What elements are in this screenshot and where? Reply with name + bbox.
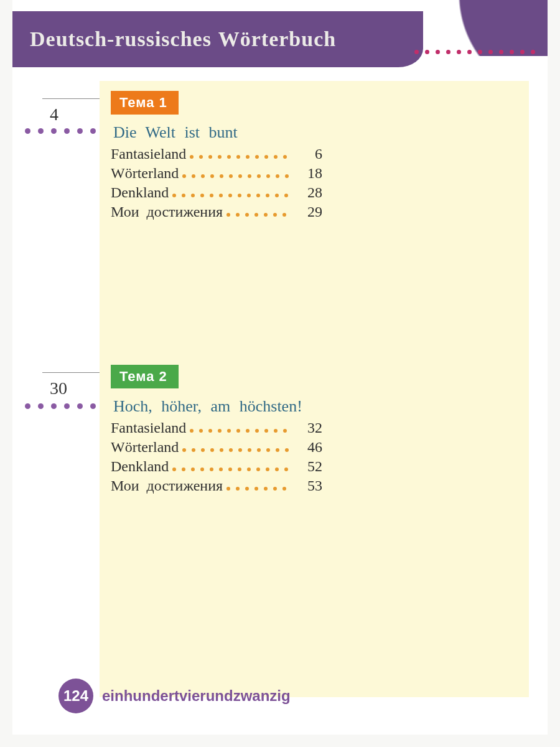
toc-label: Мои достижения [111, 204, 223, 220]
toc-page: 53 [294, 477, 322, 494]
page-number-badge: 124 [58, 679, 93, 713]
toc-row: Denkland 28 [111, 184, 322, 201]
toc-row: Fantasieland 32 [111, 420, 322, 436]
header-corner-decoration [386, 0, 548, 56]
toc-section: Тема 2 Hoch, höher, am höchsten! Fantasi… [111, 365, 510, 497]
toc-page: 52 [294, 458, 322, 475]
header-banner: Deutsch-russisches Wörterbuch [12, 11, 423, 67]
side-dots-decoration [25, 128, 100, 134]
leader-dots [190, 154, 290, 160]
toc-row: Мои достижения 29 [111, 204, 322, 220]
toc-page: 29 [294, 204, 322, 220]
side-page-number: 4 [50, 105, 58, 125]
header-dots-decoration [411, 50, 535, 54]
toc-label: Wörterland [111, 165, 179, 182]
toc-row: Wörterland 18 [111, 165, 322, 182]
leader-dots [226, 212, 290, 218]
leader-dots [182, 173, 290, 179]
toc-row: Мои достижения 53 [111, 477, 322, 494]
page-number-word: einhundertvierundzwanzig [102, 687, 291, 705]
toc-page: 32 [294, 420, 322, 436]
side-rule [42, 372, 100, 373]
leader-dots [172, 466, 290, 472]
section-title: Hoch, höher, am höchsten! [113, 397, 510, 416]
page: Deutsch-russisches Wörterbuch 4 Тема 1 D… [12, 0, 548, 735]
toc-page: 18 [294, 165, 322, 182]
toc-row: Fantasieland 6 [111, 146, 322, 162]
theme-tag: Тема 2 [111, 365, 179, 388]
toc-row: Wörterland 46 [111, 439, 322, 456]
toc-label: Denkland [111, 458, 169, 475]
toc-section: Тема 1 Die Welt ist bunt Fantasieland 6 … [111, 91, 510, 223]
side-page-number: 30 [50, 378, 67, 398]
side-rule [42, 98, 100, 99]
toc-label: Fantasieland [111, 146, 186, 162]
leader-dots [172, 192, 290, 199]
leader-dots [190, 428, 290, 434]
leader-dots [226, 486, 290, 492]
theme-tag: Тема 1 [111, 91, 179, 115]
toc-label: Denkland [111, 184, 169, 201]
leader-dots [182, 447, 290, 453]
toc-page: 6 [294, 146, 322, 162]
toc-label: Fantasieland [111, 420, 186, 436]
toc-page: 28 [294, 184, 322, 201]
section-title: Die Welt ist bunt [113, 123, 510, 142]
toc-page: 46 [294, 439, 322, 456]
toc-label: Wörterland [111, 439, 179, 456]
side-dots-decoration [25, 403, 100, 409]
page-title: Deutsch-russisches Wörterbuch [30, 27, 336, 51]
toc-row: Denkland 52 [111, 458, 322, 475]
toc-label: Мои достижения [111, 477, 223, 494]
footer: 124 einhundertvierundzwanzig [58, 679, 291, 713]
